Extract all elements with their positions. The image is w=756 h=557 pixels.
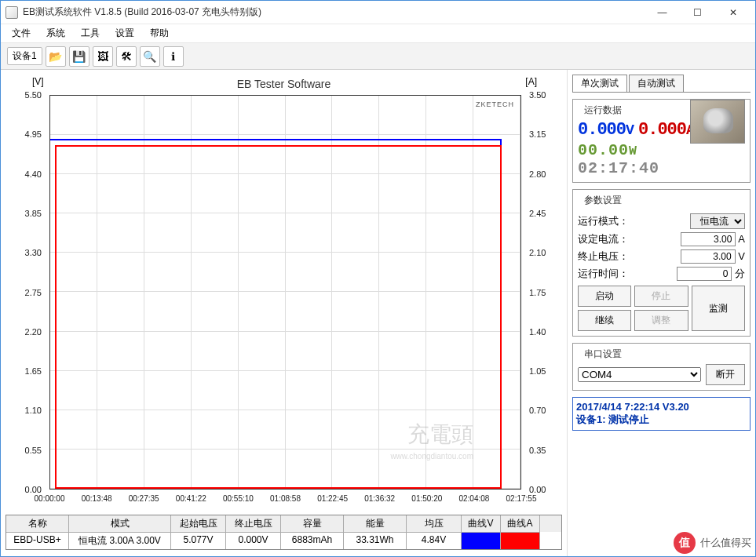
th-mode: 模式 bbox=[69, 515, 171, 532]
chart-plot[interactable]: ZKETECH 充電頭 www.chongdiantou.com bbox=[49, 95, 521, 490]
chart-title: EB Tester Software bbox=[5, 78, 562, 90]
status-panel: 2017/4/14 7:22:14 V3.20 设备1: 测试停止 bbox=[572, 397, 751, 431]
run-data-group: 运行数据 0.000V 0.000A 00.00W 02:17:40 bbox=[572, 99, 751, 183]
x-ticks: 00:00:0000:13:4800:27:3500:41:2200:55:10… bbox=[49, 493, 521, 510]
watermark: 充電頭 bbox=[407, 420, 473, 450]
trace-voltage bbox=[50, 139, 502, 140]
menu-help[interactable]: 帮助 bbox=[144, 25, 175, 42]
menu-settings[interactable]: 设置 bbox=[109, 25, 141, 42]
y-ticks-left: 0.000.551.101.652.202.753.303.854.404.95… bbox=[5, 95, 46, 490]
app-icon bbox=[5, 6, 18, 19]
port-group: 串口设置 COM4 断开 bbox=[572, 343, 751, 391]
cutoff-label: 终止电压： bbox=[578, 249, 629, 264]
mode-select[interactable]: 恒电流 bbox=[690, 213, 745, 229]
tab-single-test[interactable]: 单次测试 bbox=[572, 75, 627, 92]
td-endv: 0.000V bbox=[226, 532, 281, 549]
thumbnail-image bbox=[690, 100, 745, 144]
td-energy: 33.31Wh bbox=[344, 532, 407, 549]
maximize-button[interactable]: ☐ bbox=[680, 2, 715, 24]
chart-area: [V] EB Tester Software [A] 0.000.551.101… bbox=[5, 76, 562, 510]
toolbar: 设备1 📂 💾 🖼 🛠 🔍 ℹ bbox=[1, 43, 755, 70]
td-curve-v-swatch: . bbox=[462, 532, 501, 549]
runtime-label: 运行时间： bbox=[578, 267, 629, 281]
menu-bar: 文件 系统 工具 设置 帮助 bbox=[1, 24, 755, 43]
th-capacity: 容量 bbox=[281, 515, 344, 532]
status-text: 设备1: 测试停止 bbox=[576, 413, 747, 427]
page-watermark: 值 什么值得买 bbox=[674, 532, 751, 554]
title-bar: EB测试系统软件 V1.8.5 (Build 2016-03-07 充电头特别版… bbox=[1, 1, 755, 24]
open-icon[interactable]: 📂 bbox=[46, 46, 66, 67]
trace-current bbox=[55, 145, 502, 147]
td-avgv: 4.84V bbox=[407, 532, 462, 549]
status-timestamp: 2017/4/14 7:22:14 V3.20 bbox=[576, 401, 747, 413]
stop-button[interactable]: 停止 bbox=[634, 286, 688, 307]
th-endv: 终止电压 bbox=[226, 515, 281, 532]
adjust-button[interactable]: 调整 bbox=[634, 310, 688, 331]
td-mode: 恒电流 3.00A 3.00V bbox=[69, 532, 171, 549]
current-label: 设定电流： bbox=[578, 232, 629, 246]
tab-auto-test[interactable]: 自动测试 bbox=[629, 75, 684, 92]
tools-icon[interactable]: 🛠 bbox=[116, 46, 137, 67]
table-row[interactable]: EBD-USB+ 恒电流 3.00A 3.00V 5.077V 0.000V 6… bbox=[6, 532, 561, 549]
search-icon[interactable]: 🔍 bbox=[140, 46, 160, 67]
com-port-select[interactable]: COM4 bbox=[578, 367, 701, 382]
device-tab[interactable]: 设备1 bbox=[7, 47, 42, 65]
menu-system[interactable]: 系统 bbox=[40, 25, 71, 42]
menu-tools[interactable]: 工具 bbox=[75, 25, 106, 42]
th-energy: 能量 bbox=[344, 515, 407, 532]
power-readout: 00.00W bbox=[578, 141, 659, 159]
mode-label: 运行模式： bbox=[578, 214, 629, 228]
y-ticks-right: 0.000.350.701.051.401.752.102.452.803.15… bbox=[524, 95, 562, 490]
continue-button[interactable]: 继续 bbox=[578, 310, 631, 331]
td-capacity: 6883mAh bbox=[281, 532, 344, 549]
menu-file[interactable]: 文件 bbox=[5, 25, 37, 42]
y-axis-right-label: [A] bbox=[525, 76, 537, 87]
result-table: 名称 模式 起始电压 终止电压 容量 能量 均压 曲线V 曲线A EBD-USB… bbox=[5, 515, 562, 550]
th-startv: 起始电压 bbox=[171, 515, 226, 532]
right-tabs: 单次测试 自动测试 bbox=[572, 75, 751, 93]
start-button[interactable]: 启动 bbox=[578, 286, 631, 307]
cutoff-input[interactable] bbox=[681, 249, 736, 264]
param-group: 参数设置 运行模式： 恒电流 设定电流： A 终止电压： V 运行时间： 分 bbox=[572, 189, 751, 337]
window-title: EB测试系统软件 V1.8.5 (Build 2016-03-07 充电头特别版… bbox=[23, 5, 645, 19]
save-icon[interactable]: 💾 bbox=[69, 46, 89, 67]
voltage-readout: 0.000V bbox=[578, 120, 634, 140]
th-curve-v: 曲线V bbox=[462, 515, 501, 532]
th-name: 名称 bbox=[6, 515, 69, 532]
minimize-button[interactable]: — bbox=[645, 2, 680, 24]
disconnect-button[interactable]: 断开 bbox=[706, 364, 745, 385]
image-icon[interactable]: 🖼 bbox=[93, 46, 113, 67]
th-curve-a: 曲线A bbox=[501, 515, 540, 532]
td-startv: 5.077V bbox=[171, 532, 226, 549]
td-name: EBD-USB+ bbox=[6, 532, 69, 549]
th-avgv: 均压 bbox=[407, 515, 462, 532]
monitor-button[interactable]: 监测 bbox=[692, 286, 745, 331]
info-icon[interactable]: ℹ bbox=[163, 46, 184, 67]
smzdm-badge-icon: 值 bbox=[674, 532, 696, 554]
runtime-input[interactable] bbox=[677, 267, 732, 281]
current-readout: 0.000A bbox=[638, 120, 694, 140]
brand-label: ZKETECH bbox=[476, 100, 514, 108]
current-input[interactable] bbox=[681, 232, 736, 246]
elapsed-readout: 02:17:40 bbox=[578, 159, 659, 177]
close-button[interactable]: ✕ bbox=[715, 2, 751, 24]
watermark-sub: www.chongdiantou.com bbox=[390, 452, 473, 461]
smzdm-text: 什么值得买 bbox=[700, 536, 751, 550]
td-curve-a-swatch: . bbox=[501, 532, 540, 549]
